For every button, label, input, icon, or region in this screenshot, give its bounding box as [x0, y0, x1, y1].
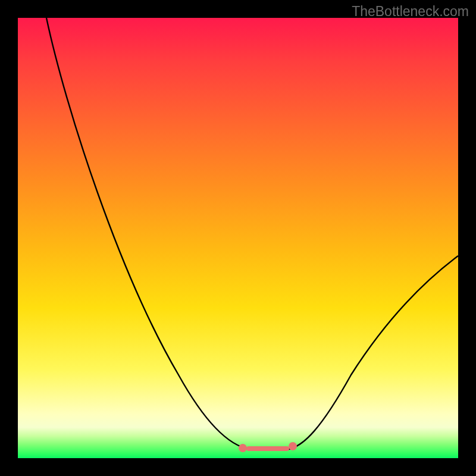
chart-frame: TheBottleneck.com — [0, 0, 476, 476]
attribution-label: TheBottleneck.com — [352, 4, 469, 20]
stub-left-dot — [239, 444, 247, 452]
floor-stub — [18, 18, 458, 458]
plot-area — [18, 18, 458, 458]
stub-bar — [246, 446, 289, 451]
stub-right-dot — [289, 442, 297, 450]
